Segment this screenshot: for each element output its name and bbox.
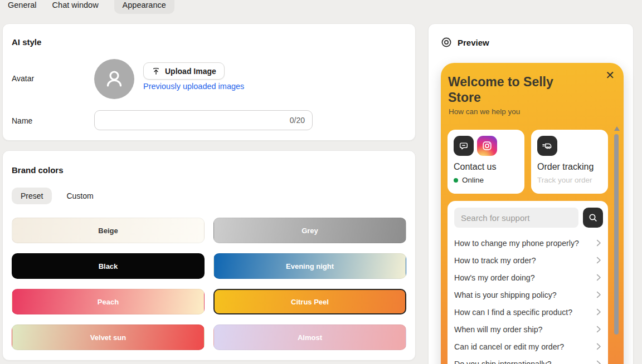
chevron-right-icon bbox=[596, 291, 601, 298]
name-input[interactable] bbox=[94, 110, 313, 130]
chevron-right-icon bbox=[596, 239, 601, 247]
widget-scrollbar[interactable] bbox=[614, 134, 619, 335]
color-preset-name: Beige bbox=[98, 227, 118, 235]
scroll-up-arrow-icon[interactable] bbox=[614, 126, 620, 131]
upload-icon bbox=[152, 67, 160, 76]
brand-colors-card: Brand colors Preset Custom Beige Grey Bl… bbox=[2, 150, 416, 361]
support-card: How to change my phone properly? How to … bbox=[448, 201, 608, 364]
instagram-icon bbox=[477, 136, 497, 156]
settings-tab[interactable]: Chat window bbox=[52, 0, 99, 14]
faq-item[interactable]: How to track my order? bbox=[454, 252, 601, 269]
upload-image-label: Upload Image bbox=[165, 67, 216, 76]
widget-subheading: How can we help you bbox=[449, 107, 520, 116]
online-status: Online bbox=[454, 176, 518, 184]
online-status-label: Online bbox=[462, 176, 484, 184]
avatar[interactable] bbox=[94, 59, 134, 99]
color-preset-swatch[interactable]: Velvet sun bbox=[12, 324, 205, 350]
order-tracking-title: Order tracking bbox=[537, 162, 602, 172]
color-preset-swatch[interactable]: Beige bbox=[12, 218, 205, 243]
contact-us-title: Contact us bbox=[454, 162, 518, 172]
color-preset-swatch[interactable]: Evening night bbox=[213, 253, 406, 279]
avatar-label: Avatar bbox=[12, 74, 34, 83]
color-preset-swatch[interactable]: Peach bbox=[12, 289, 205, 314]
faq-question: How's my order doing? bbox=[454, 273, 535, 282]
preview-header: Preview bbox=[441, 37, 489, 48]
chevron-right-icon bbox=[596, 326, 601, 333]
faq-question: How to track my order? bbox=[454, 256, 536, 265]
faq-item[interactable]: How to change my phone properly? bbox=[454, 234, 601, 252]
name-label: Name bbox=[12, 116, 32, 125]
ai-style-card: AI style Avatar Upload Image Previously … bbox=[2, 23, 416, 141]
faq-question: When will my order ship? bbox=[454, 325, 542, 334]
color-preset-name: Almost bbox=[298, 333, 322, 342]
faq-question: Do you ship internationally? bbox=[454, 360, 551, 364]
color-mode-tab[interactable]: Preset bbox=[12, 188, 52, 204]
tracking-icons bbox=[537, 136, 602, 156]
preset-swatch-grid: Beige Grey Black Evening night Peach bbox=[12, 218, 406, 350]
search-icon bbox=[587, 212, 599, 223]
preview-title: Preview bbox=[458, 38, 489, 47]
color-preset-name: Velvet sun bbox=[90, 333, 126, 342]
settings-tab[interactable]: General bbox=[8, 0, 37, 14]
chevron-right-icon bbox=[596, 274, 601, 281]
chevron-right-icon bbox=[596, 343, 601, 350]
chat-bubble-icon bbox=[454, 136, 474, 156]
color-preset-swatch[interactable]: Grey bbox=[213, 218, 406, 243]
color-preset-name: Peach bbox=[98, 298, 119, 306]
faq-question: What is your shipping policy? bbox=[454, 291, 557, 299]
name-char-counter: 0/20 bbox=[290, 116, 305, 125]
color-preset-swatch[interactable]: Citrus Peel bbox=[213, 289, 406, 314]
faq-question: How can I find a specific product? bbox=[454, 308, 572, 317]
support-search-input[interactable] bbox=[454, 208, 578, 228]
color-mode-tabs: Preset Custom bbox=[12, 188, 95, 204]
brand-colors-title: Brand colors bbox=[12, 165, 64, 175]
faq-item[interactable]: How's my order doing? bbox=[454, 269, 601, 286]
color-preset-swatch[interactable]: Almost bbox=[213, 324, 406, 350]
faq-item[interactable]: Can id cancel or edit my order? bbox=[454, 338, 601, 355]
contact-icons bbox=[454, 136, 518, 156]
eye-icon bbox=[441, 37, 452, 48]
faq-list: How to change my phone properly? How to … bbox=[454, 234, 601, 364]
widget-action-cards: Contact us Online bbox=[448, 130, 608, 194]
color-preset-name: Citrus Peel bbox=[291, 298, 329, 306]
ai-style-title: AI style bbox=[12, 37, 41, 47]
order-tracking-card[interactable]: Order tracking Track your order bbox=[531, 130, 608, 194]
color-mode-tab[interactable]: Custom bbox=[65, 188, 94, 204]
faq-question: Can id cancel or edit my order? bbox=[454, 342, 564, 351]
color-preset-name: Evening night bbox=[286, 262, 334, 270]
faq-item[interactable]: When will my order ship? bbox=[454, 321, 601, 338]
chevron-right-icon bbox=[596, 257, 601, 264]
order-tracking-subtitle: Track your order bbox=[537, 176, 602, 184]
appearance-settings-page: General Chat window Appearance AI style … bbox=[0, 0, 642, 364]
faq-item[interactable]: What is your shipping policy? bbox=[454, 286, 601, 303]
faq-item[interactable]: How can I find a specific product? bbox=[454, 303, 601, 321]
preview-panel: Preview Welcome to Selly Store How can w… bbox=[428, 23, 634, 364]
color-preset-name: Grey bbox=[301, 227, 318, 235]
search-button[interactable] bbox=[583, 208, 603, 228]
previously-uploaded-link[interactable]: Previously uploaded images bbox=[143, 82, 244, 91]
settings-tab-bar: General Chat window Appearance bbox=[8, 0, 174, 14]
chevron-right-icon bbox=[596, 308, 601, 316]
truck-icon bbox=[537, 136, 557, 156]
widget-heading: Welcome to Selly Store bbox=[448, 74, 587, 105]
upload-image-button[interactable]: Upload Image bbox=[143, 62, 225, 80]
color-preset-swatch[interactable]: Black bbox=[12, 253, 205, 279]
contact-us-card[interactable]: Contact us Online bbox=[448, 130, 524, 194]
online-dot-icon bbox=[454, 178, 458, 183]
support-search-row bbox=[454, 208, 601, 228]
faq-item[interactable]: Do you ship internationally? bbox=[454, 355, 601, 364]
name-field-wrapper: 0/20 bbox=[94, 110, 313, 130]
person-icon bbox=[102, 67, 127, 91]
color-preset-name: Black bbox=[99, 262, 118, 270]
chevron-right-icon bbox=[596, 360, 601, 364]
chat-widget-preview: Welcome to Selly Store How can we help y… bbox=[441, 63, 624, 364]
close-icon[interactable]: ✕ bbox=[605, 70, 615, 81]
settings-tab[interactable]: Appearance bbox=[114, 0, 174, 14]
faq-question: How to change my phone properly? bbox=[454, 239, 579, 248]
